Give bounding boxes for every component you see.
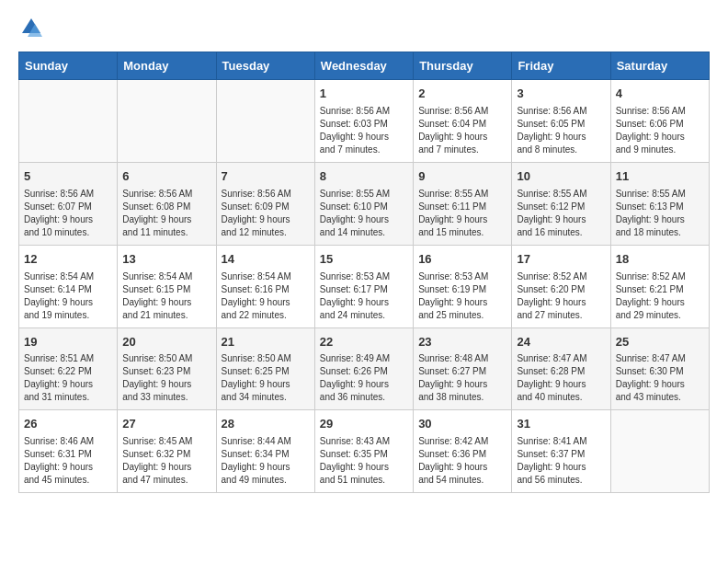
day-number: 25 — [616, 334, 704, 351]
day-info: Sunrise: 8:46 AMSunset: 6:31 PMDaylight:… — [24, 435, 112, 487]
day-number: 6 — [122, 168, 210, 186]
day-info: Sunrise: 8:52 AMSunset: 6:20 PMDaylight:… — [517, 270, 605, 322]
header-wednesday: Wednesday — [314, 52, 413, 80]
calendar-cell: 28Sunrise: 8:44 AMSunset: 6:34 PMDayligh… — [216, 410, 314, 493]
day-info: Sunrise: 8:54 AMSunset: 6:15 PMDaylight:… — [122, 270, 210, 322]
day-info: Sunrise: 8:48 AMSunset: 6:27 PMDaylight:… — [418, 352, 506, 404]
day-number: 5 — [24, 168, 112, 186]
logo-icon — [18, 15, 44, 40]
day-info: Sunrise: 8:52 AMSunset: 6:21 PMDaylight:… — [616, 270, 704, 322]
day-info: Sunrise: 8:56 AMSunset: 6:04 PMDaylight:… — [418, 105, 506, 156]
calendar-cell: 29Sunrise: 8:43 AMSunset: 6:35 PMDayligh… — [314, 410, 413, 493]
day-number: 3 — [517, 86, 605, 103]
day-number: 2 — [418, 86, 506, 103]
day-number: 1 — [320, 86, 408, 103]
day-info: Sunrise: 8:54 AMSunset: 6:16 PMDaylight:… — [222, 270, 310, 322]
day-number: 31 — [517, 416, 605, 433]
calendar-cell: 31Sunrise: 8:41 AMSunset: 6:37 PMDayligh… — [512, 410, 610, 493]
day-number: 15 — [320, 251, 408, 269]
day-info: Sunrise: 8:55 AMSunset: 6:13 PMDaylight:… — [616, 188, 704, 239]
day-info: Sunrise: 8:56 AMSunset: 6:05 PMDaylight:… — [517, 105, 605, 156]
calendar-cell: 2Sunrise: 8:56 AMSunset: 6:04 PMDaylight… — [414, 80, 512, 163]
day-number: 17 — [517, 251, 605, 269]
day-number: 28 — [222, 416, 310, 433]
calendar-cell: 14Sunrise: 8:54 AMSunset: 6:16 PMDayligh… — [216, 245, 314, 327]
header-monday: Monday — [118, 52, 216, 80]
calendar-cell: 21Sunrise: 8:50 AMSunset: 6:25 PMDayligh… — [216, 327, 314, 410]
day-info: Sunrise: 8:53 AMSunset: 6:19 PMDaylight:… — [418, 270, 506, 322]
day-info: Sunrise: 8:55 AMSunset: 6:10 PMDaylight:… — [320, 188, 408, 239]
day-number: 8 — [320, 168, 408, 186]
calendar-cell: 10Sunrise: 8:55 AMSunset: 6:12 PMDayligh… — [512, 162, 610, 245]
calendar-cell: 7Sunrise: 8:56 AMSunset: 6:09 PMDaylight… — [216, 162, 314, 245]
week-row-5: 26Sunrise: 8:46 AMSunset: 6:31 PMDayligh… — [19, 410, 710, 493]
day-info: Sunrise: 8:41 AMSunset: 6:37 PMDaylight:… — [517, 435, 605, 487]
day-number: 26 — [24, 416, 112, 433]
calendar-cell — [118, 80, 216, 163]
day-number: 27 — [122, 416, 210, 433]
day-number: 10 — [517, 168, 605, 186]
week-row-3: 12Sunrise: 8:54 AMSunset: 6:14 PMDayligh… — [19, 245, 710, 327]
calendar-cell: 6Sunrise: 8:56 AMSunset: 6:08 PMDaylight… — [118, 162, 216, 245]
calendar-cell: 16Sunrise: 8:53 AMSunset: 6:19 PMDayligh… — [414, 245, 512, 327]
day-info: Sunrise: 8:47 AMSunset: 6:30 PMDaylight:… — [616, 352, 704, 404]
day-info: Sunrise: 8:49 AMSunset: 6:26 PMDaylight:… — [320, 352, 408, 404]
header-sunday: Sunday — [19, 52, 118, 80]
calendar-cell — [216, 80, 314, 163]
day-number: 24 — [517, 334, 605, 351]
day-info: Sunrise: 8:51 AMSunset: 6:22 PMDaylight:… — [24, 352, 112, 404]
day-number: 11 — [616, 168, 704, 186]
calendar-cell: 24Sunrise: 8:47 AMSunset: 6:28 PMDayligh… — [512, 327, 610, 410]
day-info: Sunrise: 8:50 AMSunset: 6:25 PMDaylight:… — [222, 352, 310, 404]
day-info: Sunrise: 8:53 AMSunset: 6:17 PMDaylight:… — [320, 270, 408, 322]
day-number: 22 — [320, 334, 408, 351]
day-number: 23 — [418, 334, 506, 351]
page-header — [18, 15, 710, 40]
day-number: 30 — [418, 416, 506, 433]
day-number: 13 — [122, 251, 210, 269]
day-info: Sunrise: 8:56 AMSunset: 6:03 PMDaylight:… — [320, 105, 408, 156]
day-info: Sunrise: 8:56 AMSunset: 6:09 PMDaylight:… — [222, 188, 310, 239]
calendar-cell: 8Sunrise: 8:55 AMSunset: 6:10 PMDaylight… — [314, 162, 413, 245]
day-number: 20 — [122, 334, 210, 351]
calendar-cell: 20Sunrise: 8:50 AMSunset: 6:23 PMDayligh… — [118, 327, 216, 410]
header-friday: Friday — [512, 52, 610, 80]
day-info: Sunrise: 8:42 AMSunset: 6:36 PMDaylight:… — [418, 435, 506, 487]
day-info: Sunrise: 8:56 AMSunset: 6:08 PMDaylight:… — [122, 188, 210, 239]
calendar-cell: 25Sunrise: 8:47 AMSunset: 6:30 PMDayligh… — [610, 327, 709, 410]
day-info: Sunrise: 8:56 AMSunset: 6:07 PMDaylight:… — [24, 188, 112, 239]
day-number: 21 — [222, 334, 310, 351]
day-info: Sunrise: 8:43 AMSunset: 6:35 PMDaylight:… — [320, 435, 408, 487]
day-number: 16 — [418, 251, 506, 269]
day-info: Sunrise: 8:54 AMSunset: 6:14 PMDaylight:… — [24, 270, 112, 322]
calendar-cell: 11Sunrise: 8:55 AMSunset: 6:13 PMDayligh… — [610, 162, 709, 245]
calendar-cell: 17Sunrise: 8:52 AMSunset: 6:20 PMDayligh… — [512, 245, 610, 327]
calendar-cell: 5Sunrise: 8:56 AMSunset: 6:07 PMDaylight… — [19, 162, 118, 245]
header-thursday: Thursday — [414, 52, 512, 80]
day-info: Sunrise: 8:50 AMSunset: 6:23 PMDaylight:… — [122, 352, 210, 404]
calendar-cell: 18Sunrise: 8:52 AMSunset: 6:21 PMDayligh… — [610, 245, 709, 327]
day-info: Sunrise: 8:55 AMSunset: 6:12 PMDaylight:… — [517, 188, 605, 239]
day-info: Sunrise: 8:55 AMSunset: 6:11 PMDaylight:… — [418, 188, 506, 239]
calendar-cell: 26Sunrise: 8:46 AMSunset: 6:31 PMDayligh… — [19, 410, 118, 493]
day-number: 14 — [222, 251, 310, 269]
calendar-cell: 19Sunrise: 8:51 AMSunset: 6:22 PMDayligh… — [19, 327, 118, 410]
calendar-cell: 15Sunrise: 8:53 AMSunset: 6:17 PMDayligh… — [314, 245, 413, 327]
calendar-cell: 22Sunrise: 8:49 AMSunset: 6:26 PMDayligh… — [314, 327, 413, 410]
week-row-4: 19Sunrise: 8:51 AMSunset: 6:22 PMDayligh… — [19, 327, 710, 410]
week-row-2: 5Sunrise: 8:56 AMSunset: 6:07 PMDaylight… — [19, 162, 710, 245]
calendar-cell: 30Sunrise: 8:42 AMSunset: 6:36 PMDayligh… — [414, 410, 512, 493]
day-number: 9 — [418, 168, 506, 186]
day-number: 4 — [616, 86, 704, 103]
day-number: 29 — [320, 416, 408, 433]
calendar-cell: 13Sunrise: 8:54 AMSunset: 6:15 PMDayligh… — [118, 245, 216, 327]
day-info: Sunrise: 8:44 AMSunset: 6:34 PMDaylight:… — [222, 435, 310, 487]
day-number: 18 — [616, 251, 704, 269]
header-saturday: Saturday — [610, 52, 709, 80]
header-tuesday: Tuesday — [216, 52, 314, 80]
day-number: 12 — [24, 251, 112, 269]
day-info: Sunrise: 8:47 AMSunset: 6:28 PMDaylight:… — [517, 352, 605, 404]
calendar-cell: 23Sunrise: 8:48 AMSunset: 6:27 PMDayligh… — [414, 327, 512, 410]
calendar-cell — [19, 80, 118, 163]
calendar-cell: 3Sunrise: 8:56 AMSunset: 6:05 PMDaylight… — [512, 80, 610, 163]
